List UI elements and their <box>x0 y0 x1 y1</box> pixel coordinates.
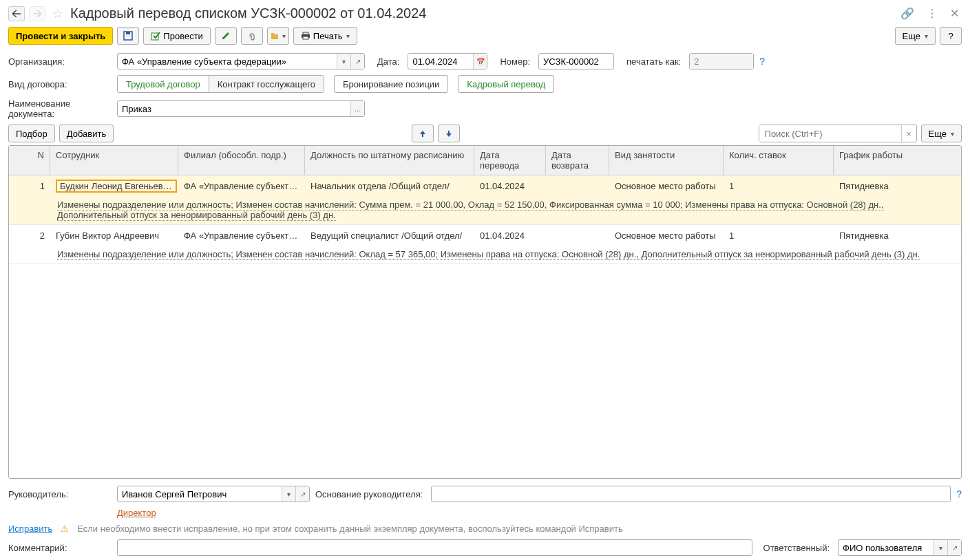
save-icon <box>123 31 133 41</box>
add-button[interactable]: Добавить <box>59 125 114 142</box>
col-n[interactable]: N <box>9 146 50 175</box>
dropdown-icon[interactable]: ▾ <box>934 540 947 555</box>
col-date-return[interactable]: Дата возврата <box>546 146 609 175</box>
move-down-button[interactable] <box>438 125 460 142</box>
docname-field[interactable]: … <box>117 100 365 117</box>
col-employment[interactable]: Вид занятости <box>609 146 724 175</box>
fix-note: Если необходимо внести исправление, но п… <box>77 524 622 534</box>
help-link[interactable]: ? <box>956 488 962 499</box>
manager-basis-field[interactable] <box>431 486 951 502</box>
date-field[interactable]: 📅 <box>408 53 487 69</box>
attach-button[interactable] <box>241 27 263 45</box>
post-button[interactable]: Провести <box>143 27 211 45</box>
col-filial[interactable]: Филиал (обособл. подр.) <box>178 146 305 175</box>
edit-button[interactable] <box>215 27 237 45</box>
open-icon[interactable]: ↗ <box>295 486 309 502</box>
post-and-close-button[interactable]: Провести и закрыть <box>8 27 113 45</box>
select-button[interactable]: Подбор <box>8 125 55 142</box>
row-detail: Изменены подразделение или должность; Из… <box>9 197 961 224</box>
open-icon[interactable]: ↗ <box>350 54 364 69</box>
svg-rect-5 <box>303 36 308 39</box>
tab-kadrovyi[interactable]: Кадровый перевод <box>458 75 554 93</box>
nav-back-button[interactable] <box>8 6 25 21</box>
org-label: Организация: <box>8 56 112 67</box>
nav-forward-button <box>29 6 45 21</box>
arrow-down-icon <box>445 129 453 138</box>
contract-type-tabs: Трудовой договор Контракт госслужащего <box>117 75 324 93</box>
org-field[interactable]: ▾ ↗ <box>117 53 365 69</box>
calendar-icon[interactable]: 📅 <box>473 54 487 69</box>
comment-label: Комментарий: <box>8 543 112 553</box>
arrow-left-icon <box>12 10 21 17</box>
grid-header: N Сотрудник Филиал (обособл. подр.) Долж… <box>9 146 961 175</box>
responsible-label: Ответственный: <box>763 543 830 553</box>
menu-icon[interactable]: ⋮ <box>924 6 940 21</box>
search-input[interactable]: × <box>759 125 917 142</box>
print-button[interactable]: Печать ▾ <box>293 27 358 45</box>
comment-field[interactable] <box>117 539 752 556</box>
employees-grid: N Сотрудник Филиал (обособл. подр.) Долж… <box>8 145 962 479</box>
dropdown-icon[interactable]: ▾ <box>282 486 295 502</box>
manager-label: Руководитель: <box>8 489 112 499</box>
pencil-icon <box>221 31 231 41</box>
manager-position-link[interactable]: Директор <box>117 508 156 518</box>
manager-basis-label: Основание руководителя: <box>315 489 423 499</box>
tab-bronirovanie[interactable]: Бронирование позиции <box>334 75 448 93</box>
contract-label: Вид договора: <box>8 79 112 89</box>
table-more-button[interactable]: Еще ▾ <box>921 125 962 142</box>
fix-link[interactable]: Исправить <box>8 524 52 534</box>
number-label: Номер: <box>500 56 530 67</box>
move-up-button[interactable] <box>412 125 434 142</box>
warning-icon: ⚠ <box>61 524 69 534</box>
folder-button[interactable]: ▾ <box>267 27 289 45</box>
table-row[interactable]: 1 Будкин Леонид Евгеньевич ФА «Управлени… <box>9 175 961 225</box>
save-button[interactable] <box>117 27 139 45</box>
table-row[interactable]: 2 Губин Виктор Андреевич ФА «Управление … <box>9 225 961 264</box>
clear-search-icon[interactable]: × <box>901 125 916 142</box>
close-icon[interactable]: ✕ <box>947 6 962 21</box>
docname-label: Наименование документа: <box>8 98 112 119</box>
post-icon <box>151 31 160 41</box>
col-rates[interactable]: Колич. ставок <box>724 146 834 175</box>
responsible-field[interactable]: ▾ ↗ <box>838 539 962 556</box>
printer-icon <box>301 32 310 40</box>
svg-rect-3 <box>303 32 308 34</box>
folder-icon <box>271 32 278 40</box>
col-date-transfer[interactable]: Дата перевода <box>474 146 546 175</box>
window-title: Кадровый перевод списком УСЗК-000002 от … <box>70 6 894 21</box>
favorite-star-icon[interactable]: ☆ <box>52 6 63 21</box>
more-button[interactable]: Еще ▾ <box>895 27 936 45</box>
svg-rect-1 <box>126 32 130 34</box>
arrow-right-icon <box>33 10 41 17</box>
link-icon[interactable]: 🔗 <box>898 6 917 21</box>
row-detail: Изменены подразделение или должность; Из… <box>9 246 961 263</box>
date-label: Дата: <box>377 56 399 67</box>
col-employee[interactable]: Сотрудник <box>50 146 178 175</box>
arrow-up-icon <box>419 129 427 138</box>
print-as-label: печатать как: <box>626 56 681 67</box>
help-link[interactable]: ? <box>759 56 765 67</box>
tab-gossluzh[interactable]: Контракт госслужащего <box>209 76 324 92</box>
tab-trudovoi[interactable]: Трудовой договор <box>118 76 209 92</box>
manager-field[interactable]: ▾ ↗ <box>117 486 310 502</box>
open-icon[interactable]: ↗ <box>947 540 961 555</box>
more-icon[interactable]: … <box>350 101 364 116</box>
paperclip-icon <box>247 31 257 41</box>
number-field[interactable] <box>538 53 614 69</box>
dropdown-icon[interactable]: ▾ <box>337 54 350 69</box>
col-position[interactable]: Должность по штатному расписанию <box>305 146 474 175</box>
col-schedule[interactable]: График работы <box>834 146 961 175</box>
help-button[interactable]: ? <box>940 27 962 45</box>
print-as-field[interactable] <box>689 53 754 69</box>
